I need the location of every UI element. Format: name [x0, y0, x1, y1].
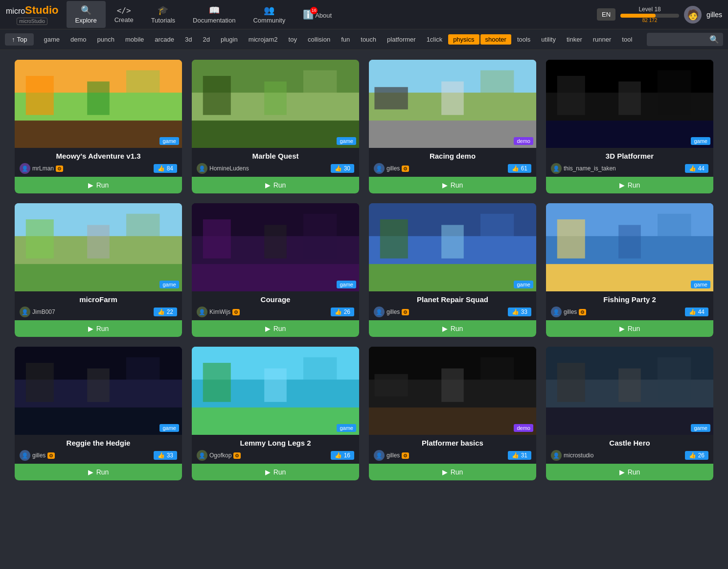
tag-touch[interactable]: touch — [356, 34, 381, 45]
game-likes-marble[interactable]: 👍 30 — [331, 164, 354, 173]
run-button-planet[interactable]: ▶ Run — [369, 320, 536, 337]
tag-physics[interactable]: physics — [448, 34, 479, 45]
tag-tools[interactable]: tools — [512, 34, 535, 45]
game-likes-platformer[interactable]: 👍 31 — [508, 451, 531, 460]
run-icon-castle: ▶ — [619, 468, 625, 476]
game-likes-courage[interactable]: 👍 26 — [331, 308, 354, 316]
game-card-courage[interactable]: game Courage 👤 KimWijs ⚙ 👍 26 ▶ Run — [192, 203, 359, 337]
game-card-lemmy[interactable]: game Lemmy Long Legs 2 👤 Ogofkop ⚙ 👍 16 … — [192, 347, 359, 480]
nav-create[interactable]: </> Create — [106, 2, 142, 27]
tag-demo[interactable]: demo — [66, 34, 91, 45]
game-card-3dplat[interactable]: game 3D Platformer 👤 this_name_is_taken … — [546, 60, 713, 193]
game-likes-reggie[interactable]: 👍 33 — [154, 451, 177, 460]
game-likes-microfarm[interactable]: 👍 22 — [154, 308, 177, 316]
run-icon-meowy: ▶ — [88, 181, 93, 189]
tag-tinker[interactable]: tinker — [562, 34, 587, 45]
tag-arcade[interactable]: arcade — [150, 34, 179, 45]
run-button-3dplat[interactable]: ▶ Run — [546, 177, 713, 193]
game-card-platformer[interactable]: demo Platformer basics 👤 gilles ⚙ 👍 31 ▶… — [369, 347, 536, 480]
game-card-meowy[interactable]: game Meowy's Adventure v1.3 👤 mrLman ⚙ 👍… — [15, 60, 182, 193]
tag-utility[interactable]: utility — [536, 34, 561, 45]
level-label: Level 18 — [638, 6, 660, 13]
username[interactable]: gilles — [706, 11, 722, 19]
tag-fun[interactable]: fun — [336, 34, 355, 45]
tags-list: gamedemopunchmobilearcade3d2dpluginmicro… — [39, 34, 642, 45]
lang-button[interactable]: EN — [597, 8, 615, 21]
run-button-lemmy[interactable]: ▶ Run — [192, 464, 359, 480]
author-badge-racing: ⚙ — [402, 166, 409, 172]
nav-create-label: Create — [114, 16, 134, 24]
avatar[interactable]: 🧑 — [684, 6, 702, 24]
game-card-reggie[interactable]: game Reggie the Hedgie 👤 gilles ⚙ 👍 33 ▶… — [15, 347, 182, 480]
tag-mobile[interactable]: mobile — [120, 34, 149, 45]
game-likes-racing[interactable]: 👍 61 — [508, 164, 531, 173]
nav-tutorials[interactable]: 🎓 Tutorials — [142, 1, 184, 28]
run-button-racing[interactable]: ▶ Run — [369, 177, 536, 193]
tag-collision[interactable]: collision — [303, 34, 335, 45]
game-title-microfarm: microFarm — [20, 295, 177, 304]
game-thumb-courage: game — [192, 203, 359, 291]
tag-punch[interactable]: punch — [92, 34, 119, 45]
tag-1click[interactable]: 1click — [422, 34, 448, 45]
logo[interactable]: microStudio microStudio — [6, 4, 59, 25]
game-likes-planet[interactable]: 👍 33 — [508, 308, 531, 316]
nav-documentation[interactable]: 📖 Documentation — [184, 1, 244, 28]
main-nav: 🔍 Explore </> Create 🎓 Tutorials 📖 Docum… — [67, 1, 341, 28]
game-badge-planet: game — [514, 281, 533, 288]
run-button-meowy[interactable]: ▶ Run — [15, 177, 182, 193]
run-icon-marble: ▶ — [265, 181, 271, 189]
svg-rect-2 — [15, 120, 182, 148]
game-badge-lemmy: game — [337, 424, 356, 432]
nav-about[interactable]: ℹ️16 About — [294, 5, 341, 24]
tag-microjam2[interactable]: microjam2 — [244, 34, 283, 45]
game-card-castle[interactable]: game Castle Hero 👤 microstudio 👍 26 ▶ Ru… — [546, 347, 713, 480]
search-input[interactable] — [651, 36, 709, 43]
game-card-microfarm[interactable]: game microFarm 👤 JimB007 👍 22 ▶ Run — [15, 203, 182, 337]
game-thumb-3dplat: game — [546, 60, 713, 148]
run-button-platformer[interactable]: ▶ Run — [369, 464, 536, 480]
run-button-marble[interactable]: ▶ Run — [192, 177, 359, 193]
game-info-racing: Racing demo 👤 gilles ⚙ 👍 61 — [369, 148, 536, 177]
svg-rect-46 — [618, 225, 641, 258]
run-button-reggie[interactable]: ▶ Run — [15, 464, 182, 480]
tag-scrollir[interactable]: scrollir — [638, 34, 642, 45]
game-author-fishing: 👤 gilles ⚙ — [551, 307, 586, 317]
game-card-racing[interactable]: demo Racing demo 👤 gilles ⚙ 👍 61 ▶ Run — [369, 60, 536, 193]
tag-tool[interactable]: tool — [617, 34, 637, 45]
like-icon-lemmy: 👍 — [335, 452, 342, 459]
like-icon-reggie: 👍 — [158, 452, 165, 459]
run-icon-courage: ▶ — [265, 325, 271, 332]
tag-game[interactable]: game — [39, 34, 65, 45]
game-card-marble[interactable]: game Marble Quest 👤 HomineLudens 👍 30 ▶ … — [192, 60, 359, 193]
run-label-castle: Run — [628, 468, 640, 476]
game-card-fishing[interactable]: game Fishing Party 2 👤 gilles ⚙ 👍 44 ▶ R… — [546, 203, 713, 337]
tag-2d[interactable]: 2d — [198, 34, 214, 45]
tag-shooter[interactable]: shooter — [480, 34, 511, 45]
run-button-castle[interactable]: ▶ Run — [546, 464, 713, 480]
run-button-courage[interactable]: ▶ Run — [192, 320, 359, 337]
game-author-platformer: 👤 gilles ⚙ — [374, 450, 409, 461]
tag-runner[interactable]: runner — [588, 34, 616, 45]
game-card-planet[interactable]: game Planet Repair Squad 👤 gilles ⚙ 👍 33… — [369, 203, 536, 337]
tag-3d[interactable]: 3d — [180, 34, 197, 45]
game-likes-lemmy[interactable]: 👍 16 — [331, 451, 354, 460]
run-button-microfarm[interactable]: ▶ Run — [15, 320, 182, 337]
run-icon-lemmy: ▶ — [265, 468, 271, 476]
game-likes-3dplat[interactable]: 👍 44 — [685, 164, 708, 173]
tag-platformer[interactable]: platformer — [382, 34, 421, 45]
svg-rect-26 — [15, 264, 182, 291]
game-likes-meowy[interactable]: 👍 84 — [154, 164, 177, 173]
game-likes-castle[interactable]: 👍 26 — [685, 451, 708, 460]
author-avatar-castle: 👤 — [551, 450, 562, 461]
author-name-racing: gilles — [387, 165, 400, 172]
tag-toy[interactable]: toy — [284, 34, 302, 45]
like-count-reggie: 33 — [167, 452, 173, 459]
game-likes-fishing[interactable]: 👍 44 — [685, 308, 708, 316]
top-button[interactable]: ↑ Top — [5, 33, 34, 46]
game-author-courage: 👤 KimWijs ⚙ — [197, 307, 240, 317]
run-button-fishing[interactable]: ▶ Run — [546, 320, 713, 337]
tag-plugin[interactable]: plugin — [216, 34, 243, 45]
nav-community[interactable]: 👥 Community — [244, 1, 294, 28]
game-info-lemmy: Lemmy Long Legs 2 👤 Ogofkop ⚙ 👍 16 — [192, 435, 359, 464]
nav-explore[interactable]: 🔍 Explore — [67, 1, 106, 28]
